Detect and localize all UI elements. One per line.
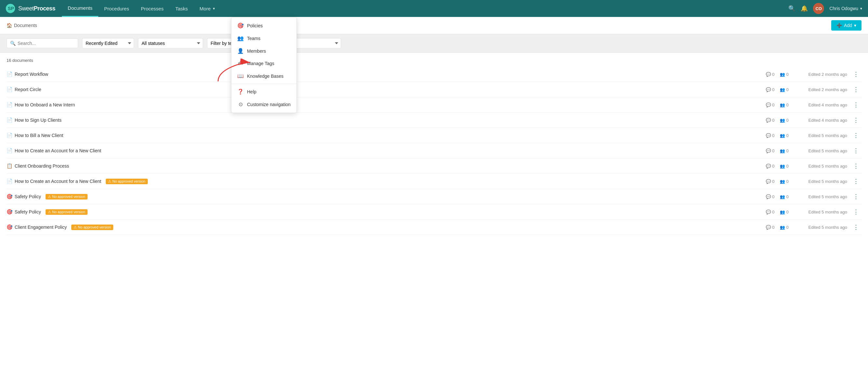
home-icon: 🏠	[6, 23, 12, 28]
members-count: 👥 0	[780, 210, 788, 214]
comment-icon: 💬	[766, 194, 771, 199]
dropdown-item-knowledge-bases[interactable]: 📖 Knowledge Bases	[231, 70, 297, 82]
document-meta: 💬 0 👥 0	[766, 164, 788, 168]
document-meta: 💬 0 👥 0	[766, 179, 788, 184]
nav-item-procedures[interactable]: Procedures	[98, 0, 135, 17]
members-icon: 👥	[780, 118, 785, 123]
document-actions-button[interactable]: ⋮	[850, 71, 862, 78]
comments-count: 💬 0	[766, 164, 775, 168]
table-row: 📄 How to Sign Up Clients 💬 0 👥 0 Edited …	[6, 113, 862, 128]
document-actions-button[interactable]: ⋮	[850, 117, 862, 124]
search-icon-button[interactable]: 🔍	[788, 5, 796, 12]
document-actions-button[interactable]: ⋮	[850, 132, 862, 139]
document-edited-time: Edited 5 months ago	[795, 148, 847, 153]
comments-count: 💬 0	[766, 72, 775, 77]
comment-icon: 💬	[766, 225, 771, 230]
members-count: 👥 0	[780, 225, 788, 230]
members-count: 👥 0	[780, 118, 788, 123]
document-meta: 💬 0 👥 0	[766, 72, 788, 77]
document-icon: 🎯	[6, 209, 13, 215]
sort-select[interactable]: Recently Edited Alphabetical Date Create…	[82, 38, 134, 49]
search-input[interactable]	[18, 41, 74, 46]
table-row: 📄 How to Bill a New Client 💬 0 👥 0 Edite…	[6, 128, 862, 143]
table-row: 📄 Report Circle 💬 0 👥 0 Edited 2 months …	[6, 82, 862, 97]
comment-icon: 💬	[766, 148, 771, 153]
members-count: 👥 0	[780, 72, 788, 77]
comments-count: 💬 0	[766, 118, 775, 123]
tags-icon: 🏷	[237, 61, 244, 66]
add-button[interactable]: ➕ Add ▾	[831, 20, 862, 31]
comment-icon: 💬	[766, 118, 771, 123]
document-icon: 📄	[6, 117, 13, 123]
document-title[interactable]: 🎯 Client Engagement Policy ⚠ No approved…	[6, 224, 766, 230]
dropdown-item-manage-tags[interactable]: 🏷 Manage Tags	[231, 57, 297, 70]
document-title[interactable]: 📄 How to Sign Up Clients	[6, 117, 766, 123]
document-actions-button[interactable]: ⋮	[850, 162, 862, 169]
navbar: SP SweetProcess Documents Procedures Pro…	[0, 0, 868, 17]
document-icon: 📄	[6, 71, 13, 77]
comments-count: 💬 0	[766, 102, 775, 107]
help-icon: ❓	[237, 89, 244, 95]
document-title[interactable]: 📄 Report Workflow	[6, 71, 766, 77]
customize-nav-icon: ⊙	[237, 101, 244, 107]
user-menu[interactable]: Chris Odogwu ▼	[829, 6, 863, 11]
dropdown-item-members[interactable]: 👤 Members	[231, 44, 297, 57]
document-icon: 📄	[6, 178, 13, 184]
document-icon: 📄	[6, 148, 13, 154]
document-title[interactable]: 📄 How to Create an Account for a New Cli…	[6, 148, 766, 154]
document-actions-button[interactable]: ⋮	[850, 86, 862, 93]
filter-bar: 🔍 Recently Edited Alphabetical Date Crea…	[0, 34, 868, 53]
brand-name: SweetProcess	[18, 5, 55, 12]
document-actions-button[interactable]: ⋮	[850, 208, 862, 215]
dropdown-item-teams[interactable]: 👥 Teams	[231, 32, 297, 44]
avatar: CO	[813, 3, 824, 14]
members-icon: 👥	[780, 164, 785, 168]
comments-count: 💬 0	[766, 87, 775, 92]
document-title[interactable]: 🎯 Safety Policy ⚠ No approved version	[6, 194, 766, 199]
members-count: 👥 0	[780, 102, 788, 107]
comment-icon: 💬	[766, 164, 771, 168]
members-count: 👥 0	[780, 179, 788, 184]
document-title[interactable]: 📄 How to Create an Account for a New Cli…	[6, 178, 766, 184]
members-icon: 👥	[780, 87, 785, 92]
nav-item-more[interactable]: More ▼	[194, 0, 221, 17]
document-edited-time: Edited 5 months ago	[795, 194, 847, 199]
notifications-icon-button[interactable]: 🔔	[801, 5, 808, 12]
members-count: 👥 0	[780, 87, 788, 92]
status-filter-select[interactable]: All statuses Draft Published	[138, 38, 203, 49]
no-approved-version-badge: ⚠ No approved version	[71, 224, 113, 230]
dropdown-item-policies[interactable]: 🎯 Policies	[231, 19, 297, 32]
dropdown-item-customize-nav[interactable]: ⊙ Customize navigation	[231, 98, 297, 111]
document-title[interactable]: 📄 Report Circle	[6, 87, 766, 92]
members-count: 👥 0	[780, 194, 788, 199]
brand-logo-area[interactable]: SP SweetProcess	[5, 3, 55, 14]
comment-icon: 💬	[766, 133, 771, 138]
search-box[interactable]: 🔍	[6, 38, 78, 48]
table-row: 📄 Report Workflow 💬 0 👥 0 Edited 2 month…	[6, 67, 862, 82]
policies-icon: 🎯	[237, 23, 244, 29]
nav-item-tasks[interactable]: Tasks	[169, 0, 194, 17]
nav-right: 🔍 🔔 CO Chris Odogwu ▼	[788, 3, 863, 14]
document-title[interactable]: 🎯 Safety Policy ⚠ No approved version	[6, 209, 766, 215]
nav-item-documents[interactable]: Documents	[62, 0, 98, 17]
comment-icon: 💬	[766, 179, 771, 184]
table-row: 📄 How to Create an Account for a New Cli…	[6, 143, 862, 158]
table-row: 📋 Client Onboarding Process 💬 0 👥 0 Edit…	[6, 158, 862, 174]
document-title[interactable]: 📄 How to Onboard a New Intern	[6, 102, 766, 108]
nav-item-processes[interactable]: Processes	[135, 0, 169, 17]
document-actions-button[interactable]: ⋮	[850, 193, 862, 200]
svg-text:SP: SP	[8, 6, 14, 11]
plus-icon: ➕	[836, 23, 842, 28]
table-row: 🎯 Client Engagement Policy ⚠ No approved…	[6, 220, 862, 235]
document-title[interactable]: 📄 How to Bill a New Client	[6, 132, 766, 138]
document-actions-button[interactable]: ⋮	[850, 101, 862, 109]
chevron-down-icon: ▼	[212, 7, 215, 10]
document-title[interactable]: 📋 Client Onboarding Process	[6, 163, 766, 169]
breadcrumb-label[interactable]: Documents	[14, 23, 37, 28]
document-actions-button[interactable]: ⋮	[850, 223, 862, 231]
document-actions-button[interactable]: ⋮	[850, 147, 862, 154]
members-count: 👥 0	[780, 164, 788, 168]
document-edited-time: Edited 5 months ago	[795, 179, 847, 184]
dropdown-item-help[interactable]: ❓ Help	[231, 85, 297, 98]
document-actions-button[interactable]: ⋮	[850, 178, 862, 185]
